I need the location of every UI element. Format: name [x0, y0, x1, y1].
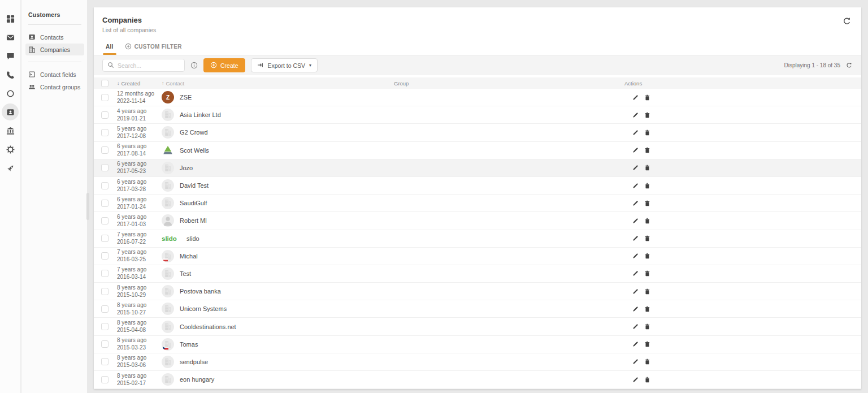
column-header-contact[interactable]: ↑ Contact [162, 80, 394, 87]
row-checkbox[interactable] [101, 288, 108, 295]
delete-icon[interactable] [644, 288, 650, 295]
table-row[interactable]: 8 years ago 2015-10-27 Unicorn Systems [94, 300, 861, 318]
row-checkbox[interactable] [101, 270, 108, 277]
delete-icon[interactable] [644, 165, 650, 171]
edit-icon[interactable] [632, 218, 639, 224]
edit-icon[interactable] [632, 377, 639, 383]
delete-icon[interactable] [644, 377, 650, 383]
plus-circle-icon [210, 62, 217, 70]
table-row[interactable]: 4 years ago 2019-01-21 Asia Linker Ltd [94, 106, 861, 124]
create-button[interactable]: Create [203, 58, 245, 72]
edit-icon[interactable] [632, 253, 639, 259]
delete-icon[interactable] [644, 359, 650, 365]
delete-icon[interactable] [644, 218, 650, 224]
edit-icon[interactable] [632, 288, 639, 295]
delete-icon[interactable] [644, 94, 650, 101]
rail-contact-card-icon[interactable] [2, 103, 19, 120]
delete-icon[interactable] [644, 235, 650, 241]
table-row[interactable]: 12 months ago 2022-11-14 Z ZSE [94, 89, 861, 106]
delete-icon[interactable] [644, 147, 650, 153]
row-checkbox[interactable] [101, 235, 108, 242]
sidebar-item-contact-fields[interactable]: Contact fields [25, 68, 84, 80]
sidebar-item-contacts[interactable]: Contacts [25, 31, 84, 43]
delete-icon[interactable] [644, 200, 650, 206]
table-header: ↓ Created ↑ Contact Group Actions [94, 77, 861, 89]
created-date: 2017-05-23 [117, 168, 162, 175]
edit-icon[interactable] [632, 359, 639, 365]
edit-icon[interactable] [632, 235, 639, 241]
row-checkbox[interactable] [101, 252, 108, 260]
pagination-refresh-icon[interactable] [846, 62, 852, 68]
scrollbar-thumb[interactable] [86, 193, 89, 220]
row-checkbox[interactable] [101, 164, 108, 171]
edit-icon[interactable] [632, 323, 639, 330]
rail-phone-icon[interactable] [2, 67, 18, 82]
row-checkbox[interactable] [101, 200, 108, 207]
select-all-checkbox[interactable] [101, 80, 108, 87]
info-icon[interactable] [190, 62, 198, 69]
row-checkbox[interactable] [101, 340, 108, 348]
rail-chat-icon[interactable] [2, 49, 18, 63]
edit-icon[interactable] [632, 270, 639, 277]
table-row[interactable]: 8 years ago 2015-10-29 Postova banka [94, 283, 861, 300]
rail-mail-icon[interactable] [2, 30, 18, 45]
edit-icon[interactable] [632, 94, 639, 101]
export-csv-button[interactable]: Export to CSV ▾ [251, 58, 318, 72]
table-row[interactable]: 6 years ago 2017-08-14 Scot Wells [94, 142, 861, 159]
actions-cell [624, 359, 861, 365]
delete-icon[interactable] [644, 323, 650, 330]
rail-dashboard-icon[interactable] [2, 11, 18, 26]
table-row[interactable]: 7 years ago 2016-03-25 Michal [94, 248, 861, 265]
table-row[interactable]: 8 years ago 2015-03-06 sendpulse [94, 353, 861, 371]
delete-icon[interactable] [644, 306, 650, 312]
table-row[interactable]: 8 years ago 2015-04-08 Cooldestinations.… [94, 318, 861, 335]
rail-gear-icon[interactable] [2, 142, 18, 157]
table-row[interactable]: 6 years ago 2017-01-03 Robert Ml [94, 212, 861, 230]
delete-icon[interactable] [644, 253, 650, 259]
row-checkbox[interactable] [101, 376, 108, 383]
delete-icon[interactable] [644, 112, 650, 118]
table-row[interactable]: 7 years ago 2016-07-22 slido slido [94, 230, 861, 248]
table-row[interactable]: 6 years ago 2017-01-24 SaudiGulf [94, 195, 861, 212]
row-checkbox[interactable] [101, 129, 108, 136]
refresh-icon[interactable] [841, 16, 852, 28]
delete-icon[interactable] [644, 183, 650, 189]
edit-icon[interactable] [632, 147, 639, 153]
row-checkbox[interactable] [101, 146, 108, 154]
column-header-created[interactable]: ↓ Created [117, 80, 162, 87]
table-row[interactable]: 6 years ago 2017-03-28 David Test [94, 177, 861, 195]
delete-icon[interactable] [644, 129, 650, 136]
edit-icon[interactable] [632, 200, 639, 206]
delete-icon[interactable] [644, 270, 650, 277]
edit-icon[interactable] [632, 112, 639, 118]
created-date: 2015-03-06 [117, 362, 162, 369]
table-row[interactable]: 7 years ago 2016-03-14 Test [94, 265, 861, 283]
row-checkbox[interactable] [101, 217, 108, 224]
rail-circle-icon[interactable] [2, 86, 18, 101]
table-row[interactable]: 8 years ago 2015-02-17 eon hungary [94, 371, 861, 388]
company-name: eon hungary [180, 376, 214, 383]
row-checkbox[interactable] [101, 182, 108, 189]
edit-icon[interactable] [632, 341, 639, 347]
rail-rocket-icon[interactable] [2, 161, 18, 175]
edit-icon[interactable] [632, 183, 639, 189]
row-checkbox[interactable] [101, 94, 108, 101]
sidebar-item-contact-groups[interactable]: Contact groups [25, 81, 84, 93]
tab-all[interactable]: All [100, 40, 119, 55]
edit-icon[interactable] [632, 165, 639, 171]
edit-icon[interactable] [632, 129, 639, 136]
search-input[interactable] [118, 62, 180, 69]
row-checkbox[interactable] [101, 358, 108, 365]
sidebar-item-companies[interactable]: Companies [25, 44, 84, 55]
row-checkbox[interactable] [101, 111, 108, 119]
delete-icon[interactable] [644, 341, 650, 347]
row-checkbox[interactable] [101, 305, 108, 313]
table-row[interactable]: 8 years ago 2015-03-23 Tomas [94, 336, 861, 353]
tab-custom-filter[interactable]: CUSTOM FILTER [119, 40, 188, 55]
created-cell: 8 years ago 2015-03-23 [117, 337, 162, 351]
edit-icon[interactable] [632, 306, 639, 312]
row-checkbox[interactable] [101, 323, 108, 330]
table-row[interactable]: 5 years ago 2017-12-08 G2 Crowd [94, 124, 861, 141]
table-row[interactable]: 6 years ago 2017-05-23 Jozo [94, 159, 861, 177]
rail-bank-icon[interactable] [2, 123, 18, 138]
